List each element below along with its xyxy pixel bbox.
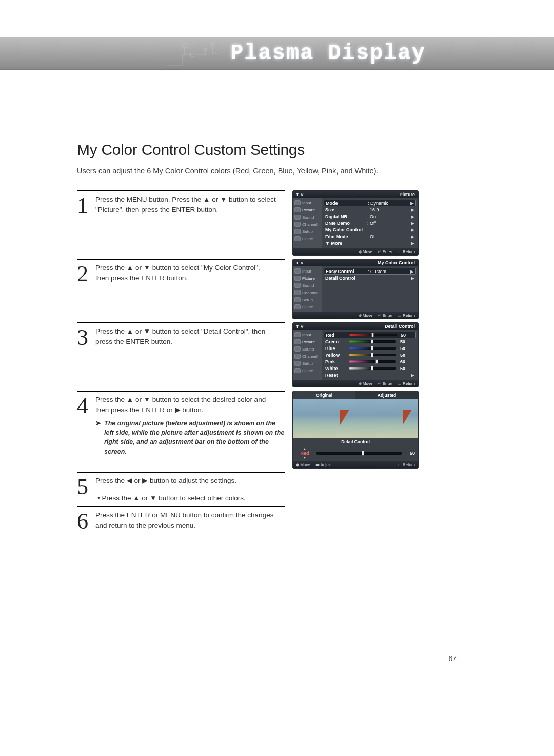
osd-row-mode[interactable]: Mode : Dynamic ▶ [324, 200, 416, 206]
osd-side-icon [294, 200, 301, 205]
osd-side-sound[interactable]: Sound [293, 214, 322, 221]
slider[interactable] [349, 340, 396, 343]
osd-side-icon [294, 297, 301, 302]
osd-side-sound[interactable]: Sound [293, 282, 322, 289]
osd-side-icon [294, 268, 301, 274]
step-3: 3 Press the ▲ or ▼ button to select "Det… [77, 322, 477, 387]
step-text: Press the ◀ or ▶ button to adjust the se… [95, 476, 285, 503]
osd-window: T V Picture InputPictureSoundChannelSetu… [292, 190, 419, 256]
osd-side-guide[interactable]: Guide [293, 235, 322, 242]
decorative-circuit-icon [164, 40, 226, 68]
osd-footer: ◆ Move↵ Enter▭ Return [293, 380, 418, 387]
osd-window: T V My Color Control InputPictureSoundCh… [292, 259, 419, 319]
divider [77, 391, 285, 392]
preview-original-image [293, 399, 355, 438]
step-text: Press the ENTER or MENU button to confir… [95, 510, 285, 533]
osd-row-size[interactable]: Size : 16:9 ▶ [324, 206, 416, 213]
osd-side-icon [294, 236, 301, 241]
chevron-right-icon: ▶ [409, 241, 414, 246]
osd-side-picture[interactable]: Picture [293, 338, 322, 345]
osd-row-reset[interactable]: Reset ▶ [324, 372, 416, 378]
slider[interactable] [349, 334, 397, 336]
osd-side-picture[interactable]: Picture [293, 206, 322, 214]
osd-side-channel[interactable]: Channel [293, 289, 322, 296]
osd-side-guide[interactable]: Guide [293, 367, 322, 374]
chevron-right-icon: ▶ [409, 373, 414, 378]
step-note: ➤ The original picture (before adjustmen… [95, 419, 285, 456]
osd-side-input[interactable]: Input [293, 331, 322, 338]
step-6: 6 Press the ENTER or MENU button to conf… [77, 506, 477, 533]
osd-titlebar: T V Picture [293, 191, 418, 198]
osd-side-input[interactable]: Input [293, 199, 322, 206]
osd-row-my color control[interactable]: My Color Control ▶ [324, 226, 416, 233]
preview-slider[interactable] [316, 452, 402, 455]
preview-adjusted-image [355, 399, 418, 438]
chevron-right-icon: ▶ [409, 269, 414, 274]
osd-footer: ◆ Move ◂▸ Adjust ▭ Return [293, 461, 418, 468]
osd-side-channel[interactable]: Channel [293, 221, 322, 228]
osd-row-digital nr[interactable]: Digital NR : On ▶ [324, 213, 416, 220]
osd-side-icon [294, 290, 301, 295]
preview-slider-row[interactable]: ▲Red▼ 50 [293, 445, 418, 461]
section-title: My Color Control Custom Settings [77, 141, 477, 159]
osd-preview: Original Adjusted Detail Control ▲Red▼ 5… [292, 391, 419, 469]
osd-side-icon [294, 368, 301, 373]
osd-row-red[interactable]: Red 50 [324, 332, 416, 338]
step-text: Press the ▲ or ▼ button to select the de… [95, 395, 285, 456]
osd-side-guide[interactable]: Guide [293, 303, 322, 311]
chevron-right-icon: ▶ [409, 276, 414, 281]
osd-side-input[interactable]: Input [293, 267, 322, 275]
step-4: 4 Press the ▲ or ▼ button to select the … [77, 391, 477, 469]
slider[interactable] [349, 360, 396, 363]
slider[interactable] [349, 354, 396, 356]
step-text: Press the ▲ or ▼ button to select "My Co… [95, 263, 285, 285]
divider [77, 190, 285, 191]
osd-side-setup[interactable]: Setup [293, 360, 322, 367]
step-5: 5 Press the ◀ or ▶ button to adjust the … [77, 472, 477, 503]
divider [77, 322, 285, 323]
osd-row-film mode[interactable]: Film Mode : Off ▶ [324, 233, 416, 240]
chevron-right-icon: ▶ [409, 234, 414, 239]
osd-side-setup[interactable]: Setup [293, 296, 322, 303]
osd-side-picture[interactable]: Picture [293, 275, 322, 282]
osd-side-icon [294, 207, 301, 212]
osd-row-white[interactable]: White 50 [324, 365, 416, 372]
osd-row-pink[interactable]: Pink 60 [324, 358, 416, 365]
osd-side-icon [294, 283, 301, 288]
osd-row-▼ more[interactable]: ▼ More ▶ [324, 240, 416, 246]
osd-side-icon [294, 346, 301, 352]
osd-footer: ◆ Move↵ Enter▭ Return [293, 312, 418, 319]
intro-text: Users can adjust the 6 My Color Control … [77, 167, 477, 175]
osd-side-icon [294, 354, 301, 359]
osd-side-sound[interactable]: Sound [293, 345, 322, 353]
osd-side-icon [294, 215, 301, 220]
osd-titlebar: T V My Color Control [293, 259, 418, 266]
slider[interactable] [349, 367, 396, 370]
step-text: Press the MENU button. Press the ▲ or ▼ … [95, 195, 285, 217]
osd-titlebar: T V Detail Control [293, 323, 418, 330]
osd-side-icon [294, 361, 301, 366]
osd-row-green[interactable]: Green 50 [324, 338, 416, 345]
osd-row-detail control[interactable]: Detail Control ▶ [324, 275, 416, 281]
osd-footer: ◆ Move↵ Enter▭ Return [293, 248, 418, 255]
step-number: 3 [77, 326, 95, 349]
step-number: 1 [77, 195, 95, 217]
osd-row-easy control[interactable]: Easy Control : Custom ▶ [324, 268, 416, 275]
slider[interactable] [349, 347, 396, 350]
chevron-right-icon: ▶ [409, 207, 414, 212]
osd-row-blue[interactable]: Blue 50 [324, 345, 416, 352]
step-number: 5 [77, 476, 95, 503]
manual-page: Plasma Display My Color Control Custom S… [0, 0, 554, 756]
osd-row-dnie demo[interactable]: DNIe Demo : Off ▶ [324, 220, 416, 226]
step-1: 1 Press the MENU button. Press the ▲ or … [77, 190, 477, 256]
chevron-right-icon: ▶ [409, 201, 414, 206]
osd-side-icon [294, 339, 301, 344]
step-number: 6 [77, 510, 95, 533]
osd-side-channel[interactable]: Channel [293, 353, 322, 360]
osd-side-setup[interactable]: Setup [293, 228, 322, 235]
osd-row-yellow[interactable]: Yellow 50 [324, 352, 416, 358]
main-content: My Color Control Custom Settings Users c… [77, 141, 477, 536]
osd-side-icon [294, 304, 301, 309]
osd-side-icon [294, 332, 301, 337]
chevron-right-icon: ▶ [409, 214, 414, 219]
